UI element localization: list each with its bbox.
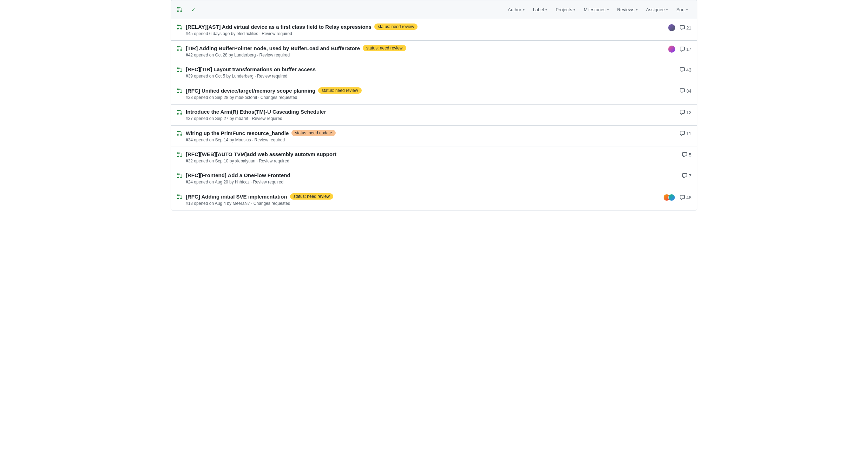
pr-meta: #24 opened on Aug 20 by hhhfccz · Review… xyxy=(186,180,678,185)
pr-content: Introduce the Arm(R) Ethos(TM)-U Cascadi… xyxy=(186,109,676,121)
pr-content: Wiring up the PrimFunc resource_handle s… xyxy=(186,130,676,142)
label-filter[interactable]: Label ▾ xyxy=(530,5,551,14)
pr-title-row: Wiring up the PrimFunc resource_handle s… xyxy=(186,130,676,136)
assignee-filter[interactable]: Assignee ▾ xyxy=(643,5,671,14)
pr-right: 48 xyxy=(663,194,691,201)
pr-item: [RELAY][AST] Add virtual device as a fir… xyxy=(171,19,697,41)
pr-title-row: Introduce the Arm(R) Ethos(TM)-U Cascadi… xyxy=(186,109,676,115)
pr-item: [TIR] Adding BufferPointer node, used by… xyxy=(171,41,697,62)
comment-count: 17 xyxy=(679,46,691,52)
comment-number: 11 xyxy=(686,131,691,136)
pr-meta: #32 opened on Sep 10 by xiebaiyuan · Rev… xyxy=(186,159,678,163)
pr-item: [RFC][Frontend] Add a OneFlow Frontend #… xyxy=(171,168,697,189)
author-label: Author xyxy=(508,7,521,12)
pr-title[interactable]: [TIR] Adding BufferPointer node, used by… xyxy=(186,45,360,51)
milestones-chevron: ▾ xyxy=(607,8,609,12)
pr-title[interactable]: [RELAY][AST] Add virtual device as a fir… xyxy=(186,24,371,30)
reviews-filter[interactable]: Reviews ▾ xyxy=(614,5,641,14)
milestones-filter[interactable]: Milestones ▾ xyxy=(580,5,612,14)
status-badge: status: need update xyxy=(291,130,335,136)
assignee-chevron: ▾ xyxy=(666,8,668,12)
pr-open-icon xyxy=(177,67,182,74)
pr-title-row: [RFC][Frontend] Add a OneFlow Frontend xyxy=(186,172,678,178)
label-chevron: ▾ xyxy=(545,8,547,12)
pr-open-icon xyxy=(177,88,182,95)
pr-item: Wiring up the PrimFunc resource_handle s… xyxy=(171,126,697,147)
assignee-label: Assignee xyxy=(646,7,665,12)
author-filter[interactable]: Author ▾ xyxy=(504,5,528,14)
pr-title-row: [RFC][TIR] Layout transformations on buf… xyxy=(186,66,676,72)
toolbar: ✓ Author ▾ Label ▾ Projects ▾ Milestones… xyxy=(171,0,697,19)
projects-filter[interactable]: Projects ▾ xyxy=(552,5,579,14)
pr-right: 43 xyxy=(679,67,691,73)
pr-item: [RFC] Adding initial SVE implementation … xyxy=(171,189,697,210)
pr-title[interactable]: Wiring up the PrimFunc resource_handle xyxy=(186,130,289,136)
pr-title-row: [RELAY][AST] Add virtual device as a fir… xyxy=(186,24,665,30)
pr-item: [RFC][WEB][AUTO TVM]add web assembly aut… xyxy=(171,147,697,168)
pr-title[interactable]: [RFC] Unified device/target/memory scope… xyxy=(186,88,315,94)
pr-open-icon xyxy=(177,194,182,201)
pr-right: 11 xyxy=(679,130,691,136)
avatar xyxy=(668,194,675,201)
comment-count: 48 xyxy=(679,195,691,200)
status-badge: status: need review xyxy=(318,87,361,94)
pr-title-row: [TIR] Adding BufferPointer node, used by… xyxy=(186,45,665,51)
pr-right: 17 xyxy=(668,46,691,53)
pr-meta: #38 opened on Sep 28 by mbs-octoml · Cha… xyxy=(186,95,676,100)
pr-title[interactable]: [RFC][TIR] Layout transformations on buf… xyxy=(186,66,316,72)
comment-count: 43 xyxy=(679,67,691,73)
pr-content: [RFC] Adding initial SVE implementation … xyxy=(186,193,660,206)
pr-open-icon xyxy=(177,152,182,159)
pr-list: [RELAY][AST] Add virtual device as a fir… xyxy=(171,19,697,210)
comment-count: 11 xyxy=(679,130,691,136)
pr-list-container: ✓ Author ▾ Label ▾ Projects ▾ Milestones… xyxy=(171,0,697,210)
pr-right: 34 xyxy=(679,88,691,94)
pr-meta: #45 opened 6 days ago by electriclilies … xyxy=(186,31,665,36)
sort-filter[interactable]: Sort ▾ xyxy=(673,5,691,14)
pr-item: [RFC][TIR] Layout transformations on buf… xyxy=(171,62,697,83)
pr-right: 7 xyxy=(682,173,691,179)
pr-content: [RFC][WEB][AUTO TVM]add web assembly aut… xyxy=(186,151,678,163)
reviews-chevron: ▾ xyxy=(636,8,638,12)
status-badge: status: need review xyxy=(374,24,417,30)
reviews-label: Reviews xyxy=(617,7,634,12)
pr-meta: #18 opened on Aug 4 by MeeraN7 · Changes… xyxy=(186,201,660,206)
pr-meta: #39 opened on Oct 5 by Lunderberg · Revi… xyxy=(186,74,676,79)
pr-title[interactable]: [RFC][WEB][AUTO TVM]add web assembly aut… xyxy=(186,151,336,157)
pr-content: [RELAY][AST] Add virtual device as a fir… xyxy=(186,24,665,36)
comment-number: 43 xyxy=(686,67,691,73)
pr-content: [TIR] Adding BufferPointer node, used by… xyxy=(186,45,665,58)
pr-title[interactable]: [RFC] Adding initial SVE implementation xyxy=(186,194,287,200)
open-tab[interactable] xyxy=(177,5,184,15)
pr-right: 5 xyxy=(682,152,691,158)
closed-tab[interactable]: ✓ xyxy=(191,6,198,14)
avatar-group xyxy=(663,194,675,201)
pr-open-icon xyxy=(177,46,182,52)
comment-number: 17 xyxy=(686,47,691,52)
comment-count: 7 xyxy=(682,173,691,179)
pr-content: [RFC][TIR] Layout transformations on buf… xyxy=(186,66,676,79)
comment-count: 21 xyxy=(679,25,691,31)
milestones-label: Milestones xyxy=(584,7,605,12)
pr-title[interactable]: [RFC][Frontend] Add a OneFlow Frontend xyxy=(186,172,290,178)
label-label: Label xyxy=(533,7,544,12)
pr-item: Introduce the Arm(R) Ethos(TM)-U Cascadi… xyxy=(171,105,697,126)
pr-open-icon xyxy=(177,7,182,13)
pr-item: [RFC] Unified device/target/memory scope… xyxy=(171,83,697,105)
pr-title[interactable]: Introduce the Arm(R) Ethos(TM)-U Cascadi… xyxy=(186,109,326,115)
status-badge: status: need review xyxy=(290,193,333,200)
comment-number: 12 xyxy=(686,110,691,115)
avatar xyxy=(668,46,675,53)
toolbar-right: Author ▾ Label ▾ Projects ▾ Milestones ▾… xyxy=(504,5,691,14)
comment-count: 5 xyxy=(682,152,691,158)
sort-chevron: ▾ xyxy=(686,8,688,12)
comment-number: 48 xyxy=(686,195,691,200)
pr-content: [RFC] Unified device/target/memory scope… xyxy=(186,87,676,100)
avatar xyxy=(668,24,675,31)
pr-meta: #42 opened on Oct 28 by Lunderberg · Rev… xyxy=(186,53,665,58)
pr-title-row: [RFC] Adding initial SVE implementation … xyxy=(186,193,660,200)
check-icon: ✓ xyxy=(191,7,196,13)
comment-number: 21 xyxy=(686,25,691,31)
pr-open-icon xyxy=(177,130,182,137)
pr-open-icon xyxy=(177,109,182,116)
